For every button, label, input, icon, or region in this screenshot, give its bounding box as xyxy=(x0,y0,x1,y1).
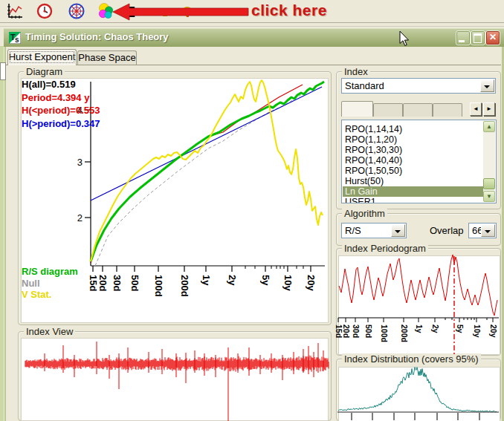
index-type-value: Standard xyxy=(345,80,384,91)
list-item-selected[interactable]: Ln Gain xyxy=(343,186,485,197)
algorithm-combobox[interactable]: R/S xyxy=(341,223,407,238)
index-listbox[interactable]: RPO(1,14,14) RPO(1,1,20) RPO(1,30,30) RP… xyxy=(341,120,497,203)
tab-hurst-exponent[interactable]: Hurst Exponent xyxy=(7,49,77,65)
events-icon[interactable] xyxy=(152,2,170,20)
index-view-group: Index View xyxy=(18,331,332,421)
legend-v-stat: V Stat. xyxy=(22,289,78,301)
distribution-group: Index Distribution (covers 95%) xyxy=(336,359,501,421)
stat-h-below-period: H(<period)=0.553 xyxy=(22,104,100,117)
list-item[interactable]: RPO(1,50,50) xyxy=(343,166,485,176)
scroll-down-button[interactable]: ▼ xyxy=(483,191,495,202)
hurst-legend: R/S diagram Null V Stat. xyxy=(22,266,78,301)
click-here-label: click here xyxy=(251,1,327,19)
tab-strip-baseline xyxy=(6,65,501,65)
tab-phase-space[interactable]: Phase Space xyxy=(77,50,137,65)
index-view-panel xyxy=(21,338,329,421)
index-page-tab-3[interactable] xyxy=(403,103,433,117)
overlap-combobox[interactable]: 66% xyxy=(468,223,497,238)
index-group-label: Index xyxy=(342,66,370,77)
scroll-up-button[interactable]: ▲ xyxy=(483,121,495,132)
maximize-button[interactable] xyxy=(471,30,485,45)
list-item[interactable]: RPO(1,40,40) xyxy=(343,155,485,166)
index-type-combobox[interactable]: Standard xyxy=(341,78,496,94)
chevron-down-icon xyxy=(485,230,491,233)
list-item[interactable]: Hurst(50) xyxy=(343,176,485,186)
algorithm-dropdown-button[interactable] xyxy=(391,224,405,237)
mouse-cursor xyxy=(399,31,410,47)
algorithm-group-label: Algorithm xyxy=(342,208,387,219)
index-tabs-scroll-right-button[interactable]: ► xyxy=(483,102,495,116)
index-type-dropdown-button[interactable] xyxy=(480,79,494,92)
diagram-group-label: Diagram xyxy=(24,66,65,77)
window-title: Timing Solution: Chaos Theory xyxy=(25,31,169,42)
minimize-glyph xyxy=(459,40,465,42)
svg-text:Σ: Σ xyxy=(126,3,136,20)
chevron-down-icon xyxy=(484,85,490,88)
legend-null: Null xyxy=(22,278,78,290)
scrollbar-thumb[interactable] xyxy=(483,178,495,189)
astro-wheel-icon[interactable] xyxy=(68,2,85,20)
list-scrollbar[interactable]: ▲ ▼ xyxy=(483,121,495,202)
algorithm-value: R/S xyxy=(345,225,361,236)
app-logo: T s xyxy=(9,32,21,44)
background-window-edge xyxy=(0,46,4,421)
index-view-group-label: Index View xyxy=(24,326,75,337)
list-item[interactable]: USER1 xyxy=(343,197,485,203)
index-page-tab-4[interactable] xyxy=(433,103,462,117)
stat-h-above-period: H(>period)=0.347 xyxy=(22,117,100,131)
stat-h-all: H(all)=0.519 xyxy=(22,78,100,91)
help-icon[interactable]: ? ? xyxy=(178,2,196,20)
price-chart-icon[interactable] xyxy=(6,2,24,20)
stat-period: Period=4.394 y xyxy=(22,91,100,105)
legend-rs-diagram: R/S diagram xyxy=(22,266,78,278)
index-tabs-scroll-left-button[interactable]: ◄ xyxy=(470,102,482,116)
toolbar-divider xyxy=(0,26,504,27)
distribution-group-label: Index Distribution (covers 95%) xyxy=(342,353,481,365)
index-page-tab-2[interactable] xyxy=(373,103,403,117)
list-item[interactable]: RPO(1,30,30) xyxy=(343,145,485,155)
periodogram-group: Index Periodogram xyxy=(336,248,501,356)
periodogram-panel[interactable] xyxy=(338,255,500,355)
list-item[interactable]: RPO(1,1,20) xyxy=(343,134,485,145)
close-glyph: ✕ xyxy=(486,32,500,43)
background-window-fragment xyxy=(0,62,6,80)
chevron-down-icon xyxy=(395,230,401,233)
distribution-panel xyxy=(338,367,500,421)
list-item[interactable]: RPO(1,14,14) xyxy=(343,124,485,134)
chaos-module-icon[interactable] xyxy=(97,2,114,20)
close-button[interactable]: ✕ xyxy=(485,30,500,45)
index-page-tab-1[interactable] xyxy=(341,101,373,117)
sigma-icon[interactable]: Σ xyxy=(123,2,140,20)
hurst-stats: H(all)=0.519 Period=4.394 y H(<period)=0… xyxy=(22,78,100,130)
svg-text:?: ? xyxy=(183,4,192,19)
periodogram-group-label: Index Periodogram xyxy=(342,243,428,254)
overlap-dropdown-button[interactable] xyxy=(481,224,495,237)
overlap-label: Overlap xyxy=(430,225,464,236)
maximize-glyph xyxy=(474,33,482,43)
minimize-button[interactable] xyxy=(456,30,471,45)
svg-text:s: s xyxy=(15,36,19,44)
screen: Σ ? ? click here T s Timing Solution: Ch… xyxy=(0,0,504,421)
clock-icon[interactable] xyxy=(36,2,54,20)
